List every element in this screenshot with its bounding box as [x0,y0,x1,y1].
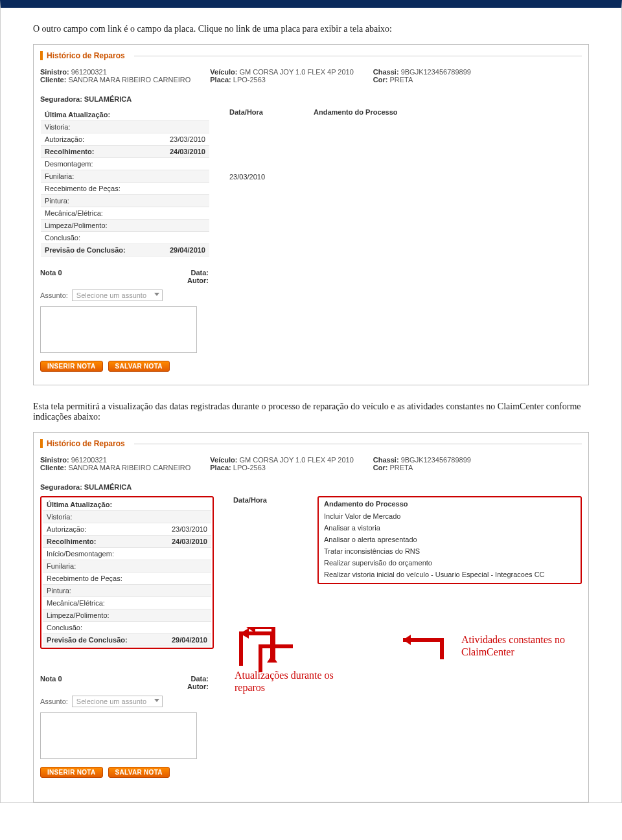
andamento-highlighted: Andamento do Processo Incluir Valor de M… [317,496,582,584]
table-row: Início/Desmontagem: [43,548,211,560]
assunto-select-2[interactable]: Selecione um assunto [72,696,163,707]
table-row: Autorização:23/03/2010 [43,523,211,536]
updates-table-1: Última Atualização:Vistoria:Autorização:… [40,108,210,257]
screenshot-2: Histórico de Reparos Sinistro: 961200321… [33,432,589,802]
nota-data-label: Data: [187,269,209,277]
updates-table-highlighted: Última Atualização:Vistoria:Autorização:… [40,496,214,649]
assunto-select[interactable]: Selecione um assunto [72,289,163,301]
nota-title-2: Nota 0 [40,675,187,690]
process-row: 23/03/2010 [229,172,582,182]
annotation-atualizacoes: Atualizações durante os reparos [235,669,364,694]
nota-textarea[interactable] [40,306,197,353]
intro-text-2: Esta tela permitirá a visualização das d… [33,402,589,422]
info-grid-2: Sinistro: 961200321 Cliente: SANDRA MARA… [40,456,582,471]
col-data-hora-2: Data/Hora [233,496,317,504]
table-row: Autorização:23/03/2010 [41,133,209,146]
screenshot-1: Histórico de Reparos Sinistro: 961200321… [33,44,589,385]
process-row: Incluir Valor de Mercado [324,510,575,522]
intro-text-1: O outro campo com link é o campo da plac… [33,24,589,34]
table-row: Mecânica/Elétrica: [41,207,209,220]
table-row: Desmontagem: [41,158,209,170]
process-row: Realizar supervisão do orçamento [324,557,575,569]
table-row: Última Atualização: [41,109,209,121]
inserir-nota-button-2[interactable]: INSERIR NOTA [40,767,103,778]
process-row: Analisar a vistoria [324,522,575,534]
panel-title: Histórico de Reparos [40,51,582,60]
salvar-nota-button[interactable]: SALVAR NOTA [108,361,170,372]
assunto-label: Assunto: [40,291,68,299]
assunto-label-2: Assunto: [40,698,68,705]
seguradora-label: Seguradora: SULAMÉRICA [40,95,582,103]
inserir-nota-button[interactable]: INSERIR NOTA [40,361,103,372]
table-row: Funilaria: [41,170,209,183]
col-andamento: Andamento do Processo [314,108,582,116]
process-row: Analisar o alerta apresentado [324,534,575,545]
table-row: Previsão de Conclusão:29/04/2010 [43,634,211,646]
arrow-left-icon [227,624,285,669]
col-data-hora: Data/Hora [229,108,314,116]
process-row: Tratar inconsistências do RNS [324,545,575,557]
panel-title-text: Histórico de Reparos [47,51,125,60]
seguradora-label-2: Seguradora: SULAMÉRICA [40,483,582,491]
table-row: Vistoria: [43,511,211,523]
annotation-atividades: Atividades constantes no ClaimCenter [461,633,591,658]
table-row: Pintura: [41,195,209,207]
table-row: Funilaria: [43,560,211,573]
info-grid: Sinistro: 961200321 Cliente: SANDRA MARA… [40,68,582,84]
nota-data-label-2: Data: [187,675,209,683]
table-row: Previsão de Conclusão:29/04/2010 [41,244,209,256]
table-row: Última Atualização: [43,499,211,511]
table-row: Mecânica/Elétrica: [43,597,211,609]
salvar-nota-button-2[interactable]: SALVAR NOTA [108,767,170,778]
table-row: Recolhimento:24/03/2010 [41,146,209,158]
table-row: Recebimento de Peças: [43,573,211,585]
panel-title-2: Histórico de Reparos [40,439,582,448]
table-row: Conclusão: [43,622,211,634]
arrow-atividades-icon [384,627,461,666]
table-row: Conclusão: [41,232,209,244]
nota-autor-label: Autor: [187,277,209,284]
nota-textarea-2[interactable] [40,712,197,759]
process-row: Realizar vistoria inicial do veículo - U… [324,569,575,580]
table-row: Limpeza/Polimento: [41,220,209,232]
table-row: Recolhimento:24/03/2010 [43,536,211,548]
nota-autor-label-2: Autor: [187,683,209,690]
table-row: Pintura: [43,585,211,597]
table-row: Vistoria: [41,121,209,133]
nota-title: Nota 0 [40,269,187,284]
panel-title-text: Histórico de Reparos [47,439,125,448]
nota-box-2: Nota 0 Data: Autor: Assunto: Selecione u… [40,675,209,778]
title-bar-icon [40,439,43,448]
table-row: Limpeza/Polimento: [43,609,211,622]
nota-box-1: Nota 0 Data: Autor: Assunto: Selecione u… [40,269,209,372]
table-row: Recebimento de Peças: [41,183,209,195]
title-bar-icon [40,51,43,60]
